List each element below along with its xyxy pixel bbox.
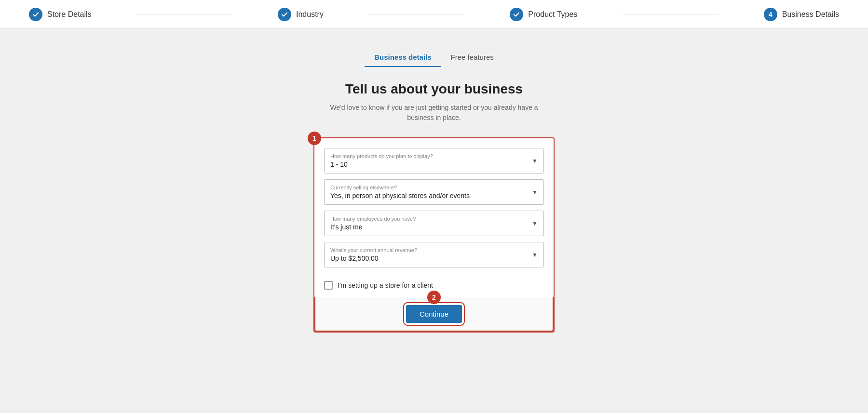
main-content: Business details Free features Tell us a…	[0, 29, 868, 352]
num-employees-dropdown[interactable]: How many employees do you have? It's jus…	[324, 211, 544, 236]
step-label-industry: Industry	[296, 10, 324, 19]
step-industry: Industry	[278, 8, 324, 21]
chevron-down-icon: ▼	[532, 220, 538, 227]
client-store-checkbox-label: I'm setting up a store for a client	[338, 281, 433, 289]
step-check-product-types	[510, 8, 523, 21]
selling-elsewhere-value: Yes, in person at physical stores and/or…	[330, 192, 538, 200]
step-label-business-details: Business Details	[782, 10, 839, 19]
chevron-down-icon: ▼	[532, 252, 538, 258]
step-business-details: 4 Business Details	[764, 8, 839, 21]
step-label-product-types: Product Types	[528, 10, 577, 19]
step-label-store-details: Store Details	[47, 10, 92, 19]
step-store-details: Store Details	[29, 8, 92, 21]
step-divider-1	[136, 14, 233, 14]
num-employees-label: How many employees do you have?	[330, 216, 538, 222]
page-title: Tell us about your business	[345, 81, 523, 97]
client-store-checkbox[interactable]	[324, 281, 333, 290]
chevron-down-icon: ▼	[532, 158, 538, 164]
tab-business-details[interactable]: Business details	[365, 48, 441, 67]
step-num-business-details: 4	[764, 8, 777, 21]
tab-bar: Business details Free features	[365, 48, 503, 67]
chevron-down-icon: ▼	[532, 189, 538, 196]
tab-free-features[interactable]: Free features	[441, 48, 503, 67]
step-check-store-details	[29, 8, 42, 21]
annual-revenue-label: What's your current annual revenue?	[330, 247, 538, 253]
badge-1: 1	[308, 132, 321, 145]
page-subheading: We'd love to know if you are just gettin…	[323, 103, 545, 123]
continue-button[interactable]: Continue	[406, 305, 462, 323]
badge-2: 2	[427, 291, 441, 304]
num-products-label: How many products do you plan to display…	[330, 153, 538, 159]
form-card: 1 How many products do you plan to displ…	[313, 137, 555, 333]
step-product-types: Product Types	[510, 8, 577, 21]
selling-elsewhere-label: Currently selling elsewhere?	[330, 185, 538, 190]
num-products-value: 1 - 10	[330, 160, 538, 168]
step-divider-3	[623, 14, 719, 14]
step-divider-2	[368, 14, 465, 14]
annual-revenue-dropdown[interactable]: What's your current annual revenue? Up t…	[324, 242, 544, 267]
stepper-bar: Store Details Industry Product Types 4 B…	[0, 0, 868, 29]
continue-section: 2 Continue	[314, 297, 554, 332]
annual-revenue-value: Up to $2,500.00	[330, 254, 538, 262]
selling-elsewhere-dropdown[interactable]: Currently selling elsewhere? Yes, in per…	[324, 179, 544, 205]
num-employees-value: It's just me	[330, 223, 538, 231]
step-check-industry	[278, 8, 291, 21]
num-products-dropdown[interactable]: How many products do you plan to display…	[324, 148, 544, 173]
